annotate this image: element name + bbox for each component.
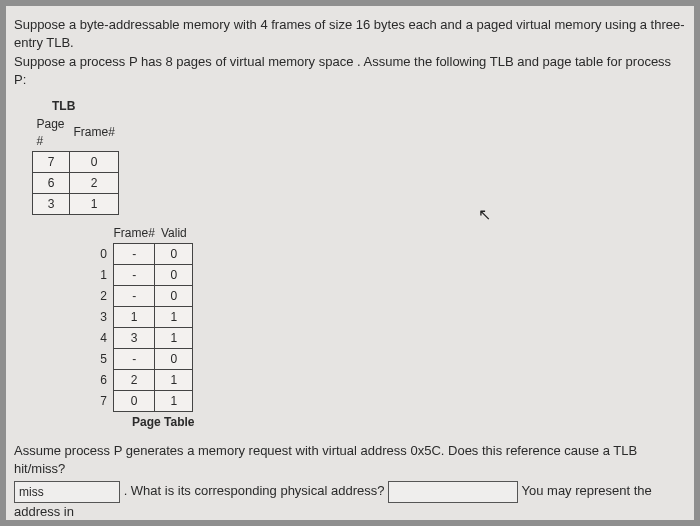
pt-row: 4 3 1: [88, 327, 193, 348]
pt-header-frame: Frame#: [114, 223, 155, 244]
tlb-hit-miss-input[interactable]: miss: [14, 481, 120, 503]
pt-index: 1: [88, 264, 114, 285]
answer-block: Assume process P generates a memory requ…: [14, 442, 686, 526]
pt-row: 5 - 0: [88, 348, 193, 369]
pt-index: 4: [88, 327, 114, 348]
pt-valid-cell: 1: [155, 327, 193, 348]
answer-line: miss . What is its corresponding physica…: [14, 481, 686, 521]
pt-valid-cell: 1: [155, 390, 193, 411]
pt-valid-cell: 0: [155, 285, 193, 306]
pt-frame-cell: -: [114, 348, 155, 369]
tables-area: TLB Page # Frame# 7 0 6 2 3 1: [32, 98, 686, 430]
page-table-wrap: Frame# Valid 0 - 0 1 - 0 2 - 0: [88, 223, 686, 430]
pt-valid-cell: 1: [155, 306, 193, 327]
pt-row: 3 1 1: [88, 306, 193, 327]
question-line-2: Suppose a process P has 8 pages of virtu…: [14, 53, 686, 88]
worksheet-page: Suppose a byte-addressable memory with 4…: [0, 0, 700, 526]
tlb-row: 6 2: [33, 172, 119, 193]
tlb-frame-cell: 0: [70, 151, 119, 172]
tlb-page-cell: 7: [33, 151, 70, 172]
pt-valid-cell: 0: [155, 243, 193, 264]
pt-index: 7: [88, 390, 114, 411]
pt-frame-cell: 3: [114, 327, 155, 348]
pt-valid-cell: 1: [155, 369, 193, 390]
pt-frame-cell: 0: [114, 390, 155, 411]
pt-frame-cell: 2: [114, 369, 155, 390]
tlb-frame-cell: 1: [70, 193, 119, 214]
physical-address-input[interactable]: [388, 481, 518, 503]
pt-row: 6 2 1: [88, 369, 193, 390]
pt-index: 5: [88, 348, 114, 369]
question-line-1: Suppose a byte-addressable memory with 4…: [14, 16, 686, 51]
tlb-page-cell: 6: [33, 172, 70, 193]
tlb-header-page: Page #: [33, 114, 70, 151]
pt-index: 6: [88, 369, 114, 390]
tlb-frame-cell: 2: [70, 172, 119, 193]
prompt-q2a: . What is its corresponding physical add…: [124, 484, 385, 499]
pt-valid-cell: 0: [155, 348, 193, 369]
pt-row: 2 - 0: [88, 285, 193, 306]
pt-frame-cell: -: [114, 264, 155, 285]
pt-index: 2: [88, 285, 114, 306]
pt-row: 0 - 0: [88, 243, 193, 264]
tlb-table: Page # Frame# 7 0 6 2 3 1: [32, 114, 119, 214]
tlb-row: 3 1: [33, 193, 119, 214]
prompt-line-1: Assume process P generates a memory requ…: [14, 442, 686, 477]
page-table: Frame# Valid 0 - 0 1 - 0 2 - 0: [88, 223, 193, 412]
pt-frame-cell: -: [114, 243, 155, 264]
tlb-page-cell: 3: [33, 193, 70, 214]
tlb-caption: TLB: [52, 98, 686, 114]
tlb-row: 7 0: [33, 151, 119, 172]
pt-index: 3: [88, 306, 114, 327]
tlb-header-frame: Frame#: [70, 114, 119, 151]
pt-row: 7 0 1: [88, 390, 193, 411]
pt-frame-cell: -: [114, 285, 155, 306]
page-table-caption: Page Table: [132, 414, 686, 430]
pt-valid-cell: 0: [155, 264, 193, 285]
pt-row: 1 - 0: [88, 264, 193, 285]
pt-index: 0: [88, 243, 114, 264]
pt-header-valid: Valid: [155, 223, 193, 244]
pt-frame-cell: 1: [114, 306, 155, 327]
